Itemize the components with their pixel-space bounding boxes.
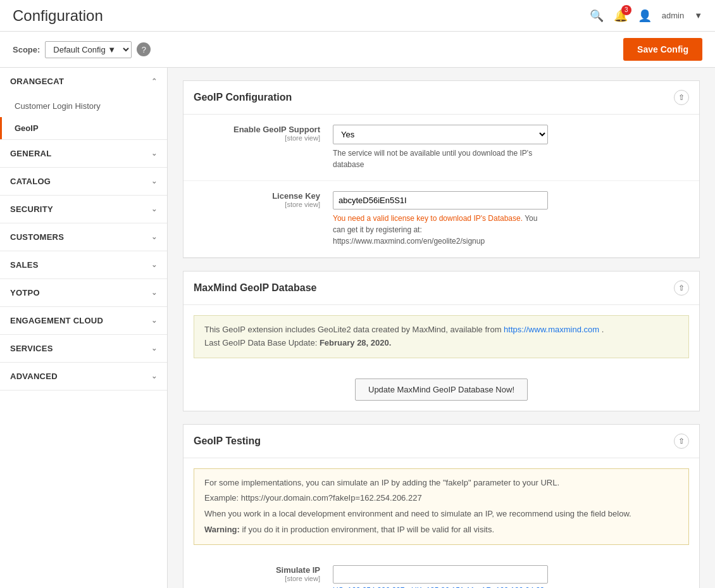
license-key-row: License Key [store view] You need a vali…: [183, 181, 699, 258]
notification-badge: 3: [621, 5, 631, 15]
maxmind-db-card: MaxMind GeoIP Database ⇧ This GeoIP exte…: [183, 271, 700, 411]
scope-left: Scope: Default Config ▼ ?: [13, 41, 151, 58]
maxmind-info-date: February 28, 2020.: [320, 338, 391, 347]
security-chevron: ⌄: [151, 205, 157, 213]
customers-chevron: ⌄: [151, 233, 157, 241]
orangecat-chevron-up: ⌃: [151, 77, 157, 85]
sidebar-section-header-orangecat[interactable]: ORANGECAT ⌃: [0, 68, 167, 95]
geoip-config-collapse-button[interactable]: ⇧: [674, 90, 689, 105]
sidebar-section-header-advanced[interactable]: ADVANCED ⌄: [0, 363, 167, 390]
sidebar-section-label-services: SERVICES: [10, 344, 53, 353]
page-title: Configuration: [13, 7, 103, 25]
simulate-ip-store-view: [store view]: [194, 575, 320, 582]
admin-chevron[interactable]: ▼: [694, 11, 702, 20]
license-key-help-1: You need a valid license key to download…: [333, 214, 523, 223]
geoip-testing-card: GeoIP Testing ⇧ For some implementations…: [183, 424, 700, 588]
sidebar-section-label-general: GENERAL: [10, 149, 51, 158]
sidebar-section-engagement-cloud: ENGAGEMENT CLOUD ⌄: [0, 307, 167, 335]
scopebar: Scope: Default Config ▼ ? Save Config: [0, 32, 715, 68]
geoip-config-header: GeoIP Configuration ⇧: [183, 81, 699, 115]
enable-geoip-label-col: Enable GeoIP Support [store view]: [194, 125, 333, 142]
maxmind-db-title: MaxMind GeoIP Database: [194, 282, 316, 294]
sidebar-item-customer-login-history[interactable]: Customer Login History: [0, 95, 167, 117]
topbar-actions: 🔍 🔔 3 👤 admin ▼: [590, 9, 702, 23]
main-layout: ORANGECAT ⌃ Customer Login History GeoIP…: [0, 68, 715, 588]
admin-menu[interactable]: admin: [662, 11, 684, 20]
maxmind-db-info: This GeoIP extension includes GeoLite2 d…: [194, 315, 689, 358]
enable-geoip-row: Enable GeoIP Support [store view] Yes No…: [183, 115, 699, 181]
help-icon[interactable]: ?: [137, 42, 151, 56]
geoip-testing-collapse-button[interactable]: ⇧: [674, 434, 689, 449]
sidebar-section-label-sales: SALES: [10, 260, 39, 270]
enable-geoip-select[interactable]: Yes No: [333, 125, 548, 144]
license-key-help: You need a valid license key to download…: [333, 213, 548, 247]
sidebar-section-security: SECURITY ⌄: [0, 196, 167, 223]
sidebar-section-advanced: ADVANCED ⌄: [0, 363, 167, 391]
maxmind-db-collapse-button[interactable]: ⇧: [674, 280, 689, 296]
geoip-testing-header: GeoIP Testing ⇧: [183, 425, 699, 458]
sidebar-section-header-catalog[interactable]: CATALOG ⌄: [0, 168, 167, 195]
save-config-button[interactable]: Save Config: [623, 38, 702, 61]
geoip-testing-warn-line3: When you work in a local development env…: [204, 508, 678, 521]
sales-chevron: ⌄: [151, 261, 157, 269]
simulate-ip-input[interactable]: [333, 565, 548, 584]
geoip-testing-title: GeoIP Testing: [194, 435, 261, 447]
geoip-testing-warn-bold: Warning:: [204, 525, 240, 534]
license-key-input[interactable]: [333, 191, 548, 210]
license-key-store-view: [store view]: [194, 201, 320, 208]
advanced-chevron: ⌄: [151, 372, 157, 380]
enable-geoip-field-col: Yes No The service will not be available…: [333, 125, 689, 170]
search-icon[interactable]: 🔍: [590, 9, 604, 23]
sidebar-section-label-customers: CUSTOMERS: [10, 232, 64, 242]
topbar: Configuration 🔍 🔔 3 👤 admin ▼: [0, 0, 715, 32]
catalog-chevron: ⌄: [151, 177, 157, 185]
enable-geoip-help: The service will not be available until …: [333, 147, 548, 170]
sidebar-section-label-engagement-cloud: ENGAGEMENT CLOUD: [10, 316, 103, 325]
scope-label: Scope:: [13, 45, 40, 54]
enable-geoip-label: Enable GeoIP Support: [194, 125, 320, 134]
yotpo-chevron: ⌄: [151, 289, 157, 297]
general-chevron: ⌄: [151, 149, 157, 158]
content-area: GeoIP Configuration ⇧ Enable GeoIP Suppo…: [168, 68, 715, 588]
sidebar-section-sales: SALES ⌄: [0, 251, 167, 279]
sidebar-section-header-services[interactable]: SERVICES ⌄: [0, 335, 167, 362]
sidebar-item-geoip[interactable]: GeoIP: [0, 117, 167, 139]
simulate-ip-row: Simulate IP [store view] US: 162.254.206…: [183, 555, 699, 588]
maxmind-info-link[interactable]: https://www.maxmind.com: [504, 325, 599, 334]
scope-select[interactable]: Default Config ▼: [45, 41, 132, 58]
license-key-label-col: License Key [store view]: [194, 191, 333, 208]
maxmind-info-last-update: Last GeoIP Data Base Update:: [204, 338, 317, 347]
notifications-icon[interactable]: 🔔 3: [614, 9, 628, 23]
enable-geoip-store-view: [store view]: [194, 134, 320, 142]
maxmind-db-header: MaxMind GeoIP Database ⇧: [183, 272, 699, 305]
update-btn-row: Update MaxMind GeoIP Database Now!: [183, 368, 699, 411]
sidebar-section-label-security: SECURITY: [10, 204, 53, 214]
geoip-testing-warn-rest: if you do it in production environment, …: [242, 525, 494, 534]
simulate-ip-field-col: US: 162.254.206.227 - UK: 185.86.151.11 …: [333, 565, 689, 588]
geoip-config-title: GeoIP Configuration: [194, 92, 292, 103]
sidebar-section-header-engagement-cloud[interactable]: ENGAGEMENT CLOUD ⌄: [0, 307, 167, 334]
maxmind-info-text2: .: [602, 325, 604, 334]
sidebar-section-yotpo: YOTPO ⌄: [0, 279, 167, 307]
geoip-testing-warn-line4: Warning: if you do it in production envi…: [204, 523, 678, 537]
services-chevron: ⌄: [151, 344, 157, 353]
sidebar-section-services: SERVICES ⌄: [0, 335, 167, 363]
user-icon: 👤: [638, 9, 652, 23]
sidebar-section-header-security[interactable]: SECURITY ⌄: [0, 196, 167, 223]
update-maxmind-db-button[interactable]: Update MaxMind GeoIP Database Now!: [355, 378, 528, 401]
geoip-testing-warn-line1: For some implementations, you can simula…: [204, 477, 678, 490]
sidebar-section-label-yotpo: YOTPO: [10, 288, 40, 297]
sidebar-section-header-yotpo[interactable]: YOTPO ⌄: [0, 279, 167, 306]
engagement-cloud-chevron: ⌄: [151, 316, 157, 325]
sidebar-section-customers: CUSTOMERS ⌄: [0, 223, 167, 251]
sidebar-section-general: GENERAL ⌄: [0, 140, 167, 168]
simulate-ip-label-col: Simulate IP [store view]: [194, 565, 333, 582]
sidebar-section-header-general[interactable]: GENERAL ⌄: [0, 140, 167, 167]
geoip-config-card: GeoIP Configuration ⇧ Enable GeoIP Suppo…: [183, 80, 700, 258]
sidebar: ORANGECAT ⌃ Customer Login History GeoIP…: [0, 68, 168, 588]
simulate-ip-label: Simulate IP: [194, 565, 320, 575]
sidebar-section-header-customers[interactable]: CUSTOMERS ⌄: [0, 223, 167, 251]
sidebar-section-header-sales[interactable]: SALES ⌄: [0, 251, 167, 278]
geoip-testing-warn: For some implementations, you can simula…: [194, 468, 689, 545]
license-key-label: License Key: [194, 191, 320, 201]
